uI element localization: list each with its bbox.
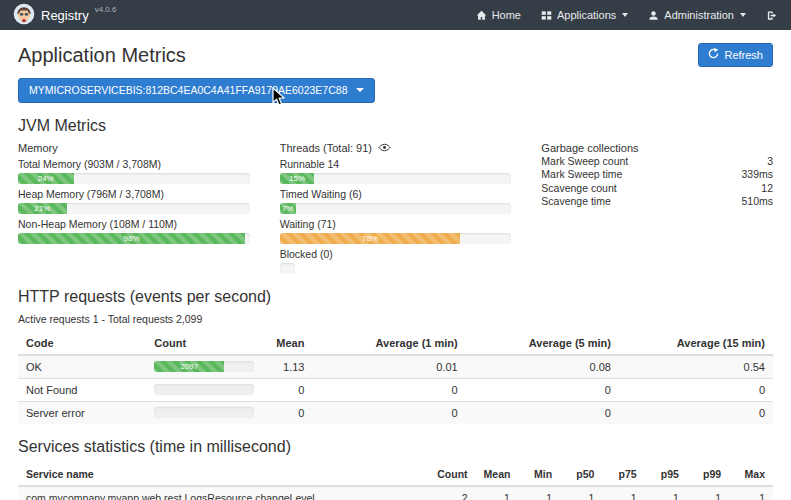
progress-track: 24%	[18, 173, 250, 184]
column-header: Max	[729, 463, 773, 486]
progress-bar: 21%	[18, 203, 67, 214]
home-icon	[476, 10, 487, 21]
metric-label: Blocked (0)	[280, 248, 512, 260]
metric-runnable: Runnable 14 15%	[280, 158, 512, 184]
column-header: Code	[18, 332, 146, 355]
column-header: p95	[645, 463, 687, 486]
nav-item-applications[interactable]: Applications	[541, 9, 628, 21]
avg1-cell: 0	[312, 401, 465, 424]
avg1-cell: 0.01	[312, 355, 465, 379]
http-section-title: HTTP requests (events per second)	[18, 288, 773, 306]
gc-row: Scavenge time 510ms	[541, 195, 773, 209]
eye-icon[interactable]	[378, 142, 391, 154]
metric-label: Runnable 14	[280, 158, 512, 170]
p95-cell: 1	[645, 486, 687, 500]
brand-name: Registry	[41, 8, 89, 23]
code-cell: Server error	[18, 401, 146, 424]
avg15-cell: 0	[619, 378, 773, 401]
metric-nonheap-memory: Non-Heap Memory (108M / 110M) 98%	[18, 218, 250, 244]
progress-bar: 24%	[18, 173, 74, 184]
gc-value: 339ms	[741, 168, 773, 182]
progress-track: 21%	[18, 203, 250, 214]
gc-row: Mark Sweep time 339ms	[541, 168, 773, 182]
mean-cell: 1	[476, 486, 518, 500]
avg1-cell: 0	[312, 378, 465, 401]
column-header: Min	[518, 463, 560, 486]
brand[interactable]: Registry v4.0.6	[13, 3, 116, 28]
mean-cell: 0	[267, 401, 312, 424]
gc-label: Scavenge count	[541, 182, 616, 196]
page-title: Application Metrics	[18, 44, 186, 67]
gc-label: Scavenge time	[541, 195, 610, 209]
metric-label: Waiting (71)	[280, 218, 512, 230]
refresh-icon	[708, 48, 719, 62]
threads-title: Threads (Total: 91)	[280, 142, 372, 154]
logout-button[interactable]	[766, 10, 778, 21]
progress-bar: 15%	[280, 173, 315, 184]
memory-column: Memory Total Memory (903M / 3,708M) 24% …	[18, 142, 250, 274]
services-statistics-table: Service name Count Mean Min p50 p75 p95 …	[18, 463, 773, 500]
metric-timed-waiting: Timed Waiting (6) 7%	[280, 188, 512, 214]
progress-bar: 2097	[154, 361, 224, 372]
memory-title: Memory	[18, 142, 250, 154]
progress-track	[154, 384, 254, 395]
nav-item-label: Home	[492, 9, 521, 21]
avg5-cell: 0	[466, 378, 619, 401]
nav-item-home[interactable]: Home	[476, 9, 521, 21]
progress-track: 15%	[280, 173, 512, 184]
max-cell: 1	[729, 486, 773, 500]
nav-item-administration[interactable]: Administration	[648, 9, 746, 21]
count-cell	[146, 378, 267, 401]
services-section-title: Services statistics (time in millisecond…	[18, 438, 773, 456]
table-row: com.mycompany.myapp.web.rest.LogsResourc…	[18, 486, 773, 500]
metric-label: Timed Waiting (6)	[280, 188, 512, 200]
app-logo-avatar-icon	[13, 3, 35, 28]
jvm-section-title: JVM Metrics	[18, 117, 773, 135]
avg5-cell: 0	[466, 401, 619, 424]
p50-cell: 1	[560, 486, 602, 500]
table-header-row: Service name Count Mean Min p50 p75 p95 …	[18, 463, 773, 486]
column-header: Average (1 min)	[312, 332, 465, 355]
gc-row: Scavenge count 12	[541, 182, 773, 196]
metric-label: Total Memory (903M / 3,708M)	[18, 158, 250, 170]
nav-menu: Home Applications Administration	[476, 9, 778, 21]
code-cell: Not Found	[18, 378, 146, 401]
http-requests-summary: Active requests 1 - Total requests 2,099	[18, 313, 773, 325]
progress-track	[154, 407, 254, 418]
count-cell: 2	[426, 486, 476, 500]
column-header: Service name	[18, 463, 426, 486]
column-header: Count	[146, 332, 267, 355]
table-header-row: Code Count Mean Average (1 min) Average …	[18, 332, 773, 355]
metric-blocked: Blocked (0)	[280, 248, 512, 274]
table-row: Not Found 0 0 0 0	[18, 378, 773, 401]
column-header: Average (15 min)	[619, 332, 773, 355]
gc-label: Mark Sweep time	[541, 168, 622, 182]
nav-item-label: Administration	[664, 9, 734, 21]
table-row: OK 2097 1.13 0.01 0.08 0.54	[18, 355, 773, 379]
p75-cell: 1	[602, 486, 644, 500]
metric-total-memory: Total Memory (903M / 3,708M) 24%	[18, 158, 250, 184]
avg5-cell: 0.08	[466, 355, 619, 379]
gc-value: 3	[767, 155, 773, 169]
mean-cell: 0	[267, 378, 312, 401]
sign-out-icon	[766, 10, 778, 21]
metric-label: Heap Memory (796M / 3,708M)	[18, 188, 250, 200]
gc-row: Mark Sweep count 3	[541, 155, 773, 169]
column-header: p99	[687, 463, 729, 486]
column-header: Average (5 min)	[466, 332, 619, 355]
navbar: Registry v4.0.6 Home Applications Admini…	[0, 0, 791, 30]
avg15-cell: 0	[619, 401, 773, 424]
instance-selector-dropdown[interactable]: MYMICROSERVICEBIS:812BC4EA0C4A41FFA9179A…	[18, 78, 375, 103]
refresh-button[interactable]: Refresh	[698, 43, 773, 67]
nav-item-label: Applications	[557, 9, 616, 21]
chevron-down-icon	[740, 13, 746, 17]
progress-track: 78%	[280, 233, 512, 244]
column-header: Mean	[476, 463, 518, 486]
chevron-down-icon	[356, 88, 364, 92]
progress-track: 98%	[18, 233, 250, 244]
applications-grid-icon	[541, 10, 552, 21]
table-row: Server error 0 0 0 0	[18, 401, 773, 424]
column-header: p50	[560, 463, 602, 486]
instance-label: MYMICROSERVICEBIS:812BC4EA0C4A41FFA9179A…	[29, 84, 347, 97]
count-cell	[146, 401, 267, 424]
